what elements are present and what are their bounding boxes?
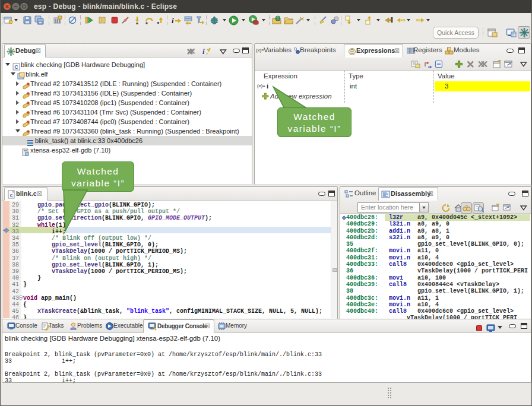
- svg-text:i: i: [202, 47, 205, 56]
- svg-text:c: c: [10, 192, 12, 198]
- svg-text:i: i: [172, 16, 174, 25]
